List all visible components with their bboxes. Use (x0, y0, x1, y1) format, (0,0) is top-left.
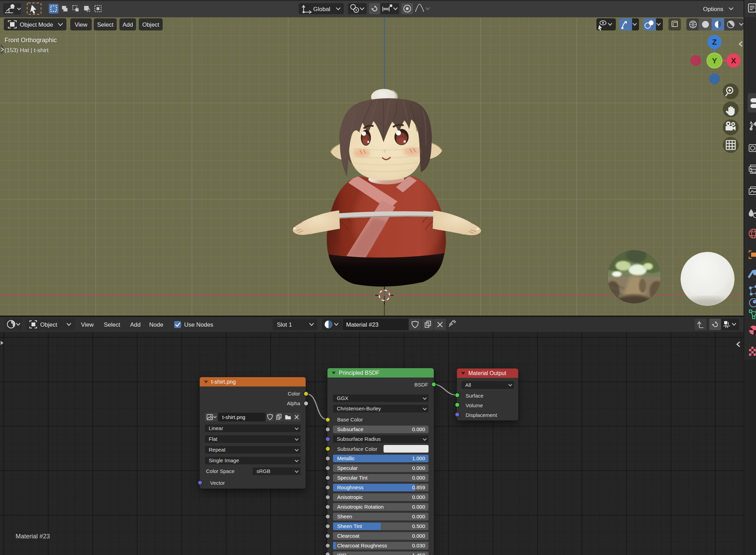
svg-text:Z: Z (712, 38, 717, 46)
svg-text:Use Nodes: Use Nodes (184, 321, 213, 328)
svg-text:View: View (81, 321, 94, 328)
svg-text:Object: Object (142, 21, 159, 28)
svg-text:Select: Select (97, 21, 114, 28)
svg-text:Object: Object (40, 321, 57, 328)
svg-text:Add: Add (123, 21, 133, 28)
svg-text:View: View (75, 21, 88, 28)
svg-text:Y: Y (712, 56, 717, 65)
svg-text:Material #23: Material #23 (346, 321, 379, 328)
svg-text:Select: Select (104, 321, 120, 328)
svg-text:Node: Node (149, 321, 163, 328)
svg-text:Slot 1: Slot 1 (277, 321, 292, 328)
svg-text:X: X (731, 56, 736, 65)
svg-text:Options: Options (703, 6, 723, 12)
svg-text:Global: Global (313, 6, 330, 12)
svg-text:Object Mode: Object Mode (20, 21, 53, 28)
svg-text:Add: Add (130, 321, 141, 328)
